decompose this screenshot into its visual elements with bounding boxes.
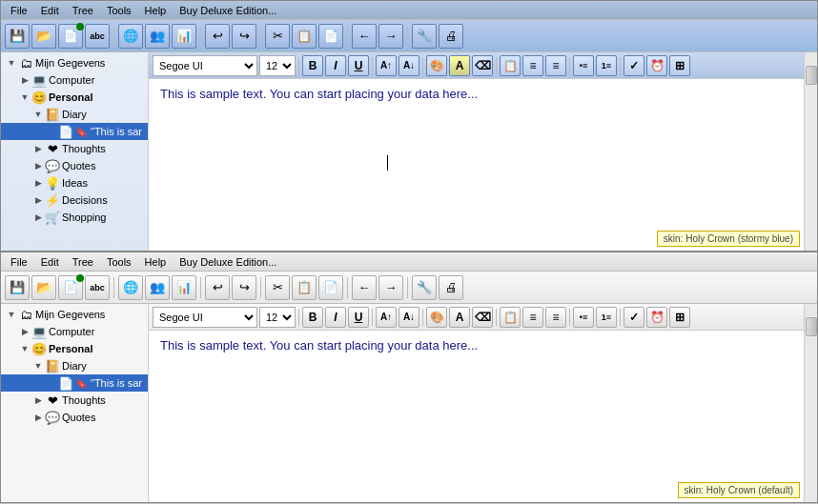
spell-button-2[interactable]: abc xyxy=(85,275,110,300)
print-button-1[interactable]: 🖨 xyxy=(439,24,463,49)
icon6-1[interactable]: 👥 xyxy=(145,24,170,49)
save-button-2[interactable]: 💾 xyxy=(5,275,30,300)
forward-button-1[interactable]: → xyxy=(378,24,403,49)
tree-ideas-1[interactable]: 💡 Ideas xyxy=(1,174,148,192)
menu-tree-1[interactable]: Tree xyxy=(67,4,99,17)
menu-help-1[interactable]: Help xyxy=(139,4,173,17)
bigger-button-2[interactable]: A↑ xyxy=(376,307,397,328)
align-right-2[interactable]: ≡ xyxy=(545,307,566,328)
font-select-2[interactable]: Segoe UI xyxy=(153,307,257,328)
paste-button-2[interactable]: 📄 xyxy=(318,275,343,300)
icon5-2[interactable]: 🌐 xyxy=(118,275,143,300)
bullet-2[interactable]: •≡ xyxy=(573,307,594,328)
align-left-1[interactable]: ≡ xyxy=(522,55,543,76)
tree-computer-1[interactable]: 💻 Computer xyxy=(1,71,148,89)
forward-button-2[interactable]: → xyxy=(378,275,403,300)
icon7-2[interactable]: 📊 xyxy=(172,275,196,300)
highlight-button-2[interactable]: A xyxy=(449,307,470,328)
icon7-1[interactable]: 📊 xyxy=(172,24,196,49)
menu-deluxe-1[interactable]: Buy Deluxe Edition... xyxy=(174,4,282,17)
paste-special-1[interactable]: 📋 xyxy=(500,55,521,76)
highlight-button-1[interactable]: A xyxy=(449,55,470,76)
eraser-button-2[interactable]: ⌫ xyxy=(472,307,493,328)
italic-button-2[interactable]: I xyxy=(325,307,346,328)
editor-content-1[interactable]: This is sample text. You can start placi… xyxy=(149,79,804,251)
menu-help-2[interactable]: Help xyxy=(139,255,173,269)
menu-tools-1[interactable]: Tools xyxy=(101,4,137,17)
font-select-1[interactable]: Segoe UI xyxy=(153,55,257,76)
bullet-1[interactable]: •≡ xyxy=(573,55,594,76)
menu-tools-2[interactable]: Tools xyxy=(101,255,137,269)
grid-2[interactable]: ⊞ xyxy=(669,307,690,328)
editor-content-2[interactable]: This is sample text. You can start placi… xyxy=(149,331,804,502)
color-button-1[interactable]: 🎨 xyxy=(426,55,447,76)
copy-button-1[interactable]: 📋 xyxy=(292,24,317,49)
undo-button-1[interactable]: ↩ xyxy=(205,24,230,49)
eraser-button-1[interactable]: ⌫ xyxy=(472,55,493,76)
tree-diary-1[interactable]: 📔 Diary xyxy=(1,106,148,123)
cut-button-2[interactable]: ✂ xyxy=(265,275,290,300)
tree-quotes-2[interactable]: 💬 Quotes xyxy=(1,409,148,426)
save-button-1[interactable]: 💾 xyxy=(5,24,30,49)
tree-personal-1[interactable]: 😊 Personal xyxy=(1,89,148,106)
tree-root-1[interactable]: 🗂 Mijn Gegevens xyxy=(1,54,148,71)
menu-file-1[interactable]: File xyxy=(5,4,33,17)
color-button-2[interactable]: 🎨 xyxy=(426,307,447,328)
paste-button-1[interactable]: 📄 xyxy=(318,24,343,49)
numbering-2[interactable]: 1≡ xyxy=(596,307,617,328)
grid-1[interactable]: ⊞ xyxy=(669,55,690,76)
tree-thoughts-2[interactable]: ❤ Thoughts xyxy=(1,392,148,409)
open-button-1[interactable]: 📂 xyxy=(31,24,56,49)
underline-button-1[interactable]: U xyxy=(348,55,369,76)
menu-deluxe-2[interactable]: Buy Deluxe Edition... xyxy=(174,255,282,269)
menu-tree-2[interactable]: Tree xyxy=(67,255,99,269)
back-button-1[interactable]: ← xyxy=(352,24,377,49)
tree-note-1[interactable]: 📄 🔖 "This is sar xyxy=(1,123,148,140)
bold-button-1[interactable]: B xyxy=(302,55,323,76)
bigger-button-1[interactable]: A↑ xyxy=(376,55,397,76)
menu-file-2[interactable]: File xyxy=(5,255,33,269)
size-select-2[interactable]: 12 xyxy=(259,307,296,328)
italic-button-1[interactable]: I xyxy=(325,55,346,76)
tree-note-2[interactable]: 📄 🔖 "This is sar xyxy=(1,374,148,392)
cut-button-1[interactable]: ✂ xyxy=(265,24,290,49)
icon5-1[interactable]: 🌐 xyxy=(118,24,143,49)
tree-shopping-1[interactable]: 🛒 Shopping xyxy=(1,209,148,226)
redo-button-1[interactable]: ↪ xyxy=(232,24,256,49)
align-right-1[interactable]: ≡ xyxy=(545,55,566,76)
clock-1[interactable]: ⏰ xyxy=(646,55,667,76)
tree-thoughts-1[interactable]: ❤ Thoughts xyxy=(1,140,148,157)
copy-button-2[interactable]: 📋 xyxy=(292,275,317,300)
tree-diary-2[interactable]: 📔 Diary xyxy=(1,357,148,374)
tree-quotes-1[interactable]: 💬 Quotes xyxy=(1,157,148,174)
redo-button-2[interactable]: ↪ xyxy=(232,275,256,300)
size-select-1[interactable]: 12 xyxy=(259,55,296,76)
menu-edit-2[interactable]: Edit xyxy=(35,255,65,269)
scrollbar-2[interactable] xyxy=(804,304,817,502)
back-button-2[interactable]: ← xyxy=(352,275,377,300)
new-button-1[interactable]: 📄 xyxy=(58,24,83,49)
spell-button-1[interactable]: abc xyxy=(85,24,110,49)
scroll-thumb-1[interactable] xyxy=(806,66,817,85)
numbering-1[interactable]: 1≡ xyxy=(596,55,617,76)
scroll-thumb-2[interactable] xyxy=(806,317,817,336)
print-button-2[interactable]: 🖨 xyxy=(439,275,463,300)
smaller-button-1[interactable]: A↓ xyxy=(399,55,419,76)
undo-button-2[interactable]: ↩ xyxy=(205,275,230,300)
new-button-2[interactable]: 📄 xyxy=(58,275,83,300)
underline-button-2[interactable]: U xyxy=(348,307,369,328)
check-1[interactable]: ✓ xyxy=(624,55,644,76)
paste-special-2[interactable]: 📋 xyxy=(500,307,521,328)
align-left-2[interactable]: ≡ xyxy=(522,307,543,328)
tools-button-2[interactable]: 🔧 xyxy=(412,275,437,300)
check-2[interactable]: ✓ xyxy=(624,307,644,328)
open-button-2[interactable]: 📂 xyxy=(31,275,56,300)
icon6-2[interactable]: 👥 xyxy=(145,275,170,300)
smaller-button-2[interactable]: A↓ xyxy=(399,307,419,328)
bold-button-2[interactable]: B xyxy=(302,307,323,328)
tree-decisions-1[interactable]: ⚡ Decisions xyxy=(1,192,148,209)
clock-2[interactable]: ⏰ xyxy=(646,307,667,328)
tools-button-1[interactable]: 🔧 xyxy=(412,24,437,49)
tree-personal-2[interactable]: 😊 Personal xyxy=(1,340,148,357)
tree-computer-2[interactable]: 💻 Computer xyxy=(1,323,148,340)
